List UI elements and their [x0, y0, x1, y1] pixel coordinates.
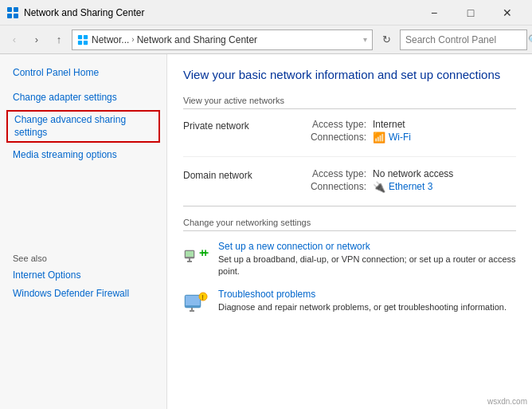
- titlebar-controls: − □ ✕: [416, 0, 526, 26]
- svg-rect-1: [14, 7, 18, 12]
- ethernet-link[interactable]: Ethernet 3: [389, 181, 432, 192]
- wifi-link[interactable]: Wi-Fi: [389, 132, 411, 143]
- svg-rect-3: [14, 14, 18, 18]
- active-networks-section-header: View your active networks: [183, 96, 516, 109]
- see-also-label: See also: [0, 244, 166, 266]
- network-info-private: Access type: Internet Connections: 📶 Wi-…: [303, 119, 516, 145]
- refresh-button[interactable]: ↻: [376, 29, 397, 50]
- svg-rect-9: [186, 251, 194, 257]
- sidebar-item-media-streaming[interactable]: Media streaming options: [0, 146, 166, 164]
- search-icon: 🔍: [528, 34, 532, 45]
- svg-rect-0: [7, 7, 12, 12]
- search-box[interactable]: 🔍: [400, 29, 527, 50]
- network-name-private: Private network: [183, 119, 287, 145]
- svg-rect-7: [84, 40, 88, 44]
- svg-text:!: !: [201, 293, 204, 301]
- connections-label-domain: Connections:: [303, 181, 366, 193]
- dropdown-icon: ▾: [363, 35, 367, 44]
- app-icon: [6, 6, 19, 19]
- connections-row-private: Connections: 📶 Wi-Fi: [303, 132, 516, 144]
- back-button[interactable]: ‹: [5, 30, 24, 49]
- maximize-button[interactable]: □: [452, 0, 489, 26]
- sidebar-item-windows-defender[interactable]: Windows Defender Firewall: [0, 285, 166, 303]
- settings-section: + + Set up a new connection or network S…: [183, 241, 516, 315]
- breadcrumb-part2: Network and Sharing Center: [137, 34, 257, 45]
- addressbar: ‹ › ↑ Networ... › Network and Sharing Ce…: [0, 26, 532, 54]
- svg-text:+: +: [202, 246, 209, 259]
- breadcrumb: Networ... › Network and Sharing Center: [92, 34, 360, 45]
- search-input[interactable]: [405, 34, 525, 45]
- troubleshoot-text: Troubleshoot problems Diagnose and repai…: [218, 289, 516, 314]
- breadcrumb-part1: Networ...: [92, 34, 129, 45]
- svg-rect-2: [7, 14, 12, 18]
- access-type-row-private: Access type: Internet: [303, 119, 516, 130]
- svg-rect-15: [186, 296, 200, 305]
- access-type-label-private: Access type:: [303, 119, 366, 130]
- connections-value-domain: 🔌 Ethernet 3: [373, 181, 432, 193]
- troubleshoot-link[interactable]: Troubleshoot problems: [218, 289, 315, 300]
- address-field[interactable]: Networ... › Network and Sharing Center ▾: [72, 29, 373, 50]
- new-connection-text: Set up a new connection or network Set u…: [218, 241, 516, 278]
- connections-label-private: Connections:: [303, 132, 366, 144]
- breadcrumb-sep1: ›: [131, 35, 134, 44]
- sidebar-item-change-advanced[interactable]: Change advanced sharingsettings: [6, 110, 160, 144]
- titlebar: Network and Sharing Center − □ ✕: [0, 0, 532, 26]
- titlebar-left: Network and Sharing Center: [6, 6, 144, 19]
- access-type-label-domain: Access type:: [303, 168, 366, 179]
- troubleshoot-svg: !: [183, 289, 209, 314]
- access-type-row-domain: Access type: No network access: [303, 168, 516, 179]
- svg-rect-6: [78, 40, 82, 44]
- ethernet-icon: 🔌: [373, 181, 385, 193]
- sidebar-item-change-adapter[interactable]: Change adapter settings: [0, 88, 166, 107]
- access-type-value-private: Internet: [373, 119, 405, 130]
- minimize-button[interactable]: −: [416, 0, 452, 26]
- svg-rect-5: [84, 34, 88, 38]
- troubleshoot-desc: Diagnose and repair network problems, or…: [218, 301, 516, 313]
- close-button[interactable]: ✕: [489, 0, 526, 26]
- sidebar-bottom: See also Internet Options Windows Defend…: [0, 164, 166, 303]
- troubleshoot-icon: !: [183, 289, 209, 314]
- new-connection-desc: Set up a broadband, dial-up, or VPN conn…: [218, 254, 516, 278]
- connections-row-domain: Connections: 🔌 Ethernet 3: [303, 181, 516, 193]
- network-name-domain: Domain network: [183, 168, 287, 195]
- sidebar-item-control-panel-home[interactable]: Control Panel Home: [0, 64, 166, 82]
- network-info-domain: Access type: No network access Connectio…: [303, 168, 516, 195]
- main-layout: Control Panel Home Change adapter settin…: [0, 54, 532, 409]
- sidebar-item-internet-options[interactable]: Internet Options: [0, 266, 166, 285]
- forward-button[interactable]: ›: [27, 30, 46, 49]
- page-title: View your basic network information and …: [183, 67, 516, 83]
- up-button[interactable]: ↑: [49, 30, 68, 49]
- settings-item-new-connection: + + Set up a new connection or network S…: [183, 241, 516, 278]
- titlebar-title: Network and Sharing Center: [24, 7, 144, 18]
- new-connection-svg: + +: [183, 241, 209, 266]
- content-area: View your basic network information and …: [167, 54, 532, 409]
- new-connection-icon: + +: [183, 241, 209, 266]
- connections-value-private: 📶 Wi-Fi: [373, 132, 411, 144]
- folder-icon: [77, 34, 88, 45]
- svg-rect-4: [78, 34, 82, 38]
- new-connection-link[interactable]: Set up a new connection or network: [218, 241, 370, 252]
- network-card-private: Private network Access type: Internet Co…: [183, 119, 516, 157]
- wifi-icon: 📶: [373, 132, 385, 144]
- access-type-value-domain: No network access: [373, 168, 453, 179]
- network-card-domain: Domain network Access type: No network a…: [183, 168, 516, 206]
- sidebar: Control Panel Home Change adapter settin…: [0, 54, 167, 409]
- change-networking-section-header: Change your networking settings: [183, 218, 516, 231]
- watermark: wsxdn.com: [487, 397, 527, 406]
- settings-item-troubleshoot: ! Troubleshoot problems Diagnose and rep…: [183, 289, 516, 314]
